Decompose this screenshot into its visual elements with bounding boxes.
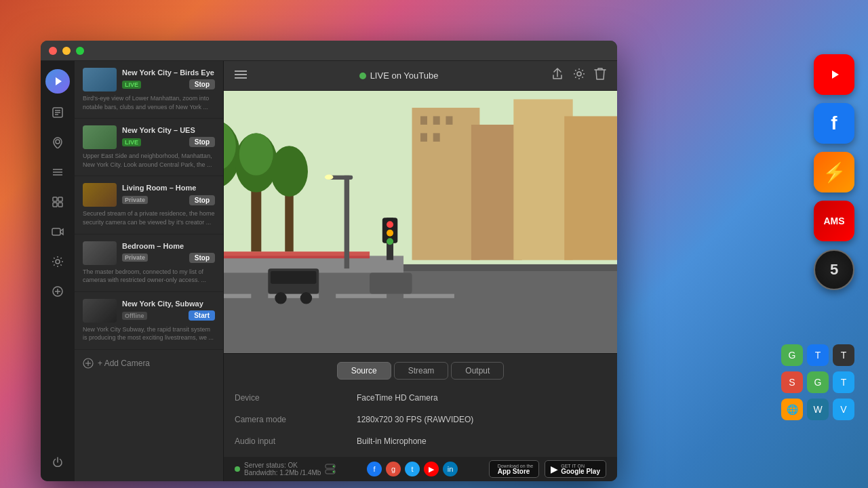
social-google-icon[interactable]: g [386, 462, 401, 476]
logo-circle [45, 69, 70, 94]
svg-point-27 [577, 72, 581, 76]
camera-info-bedroom: Bedroom – Home Private Stop [122, 241, 215, 263]
youtube-desktop-icon[interactable] [814, 54, 854, 95]
bottom-panel: Source Stream Output Device FaceTime HD … [224, 353, 617, 457]
delete-icon[interactable] [594, 67, 606, 84]
social-icons: f g t ▶ in [367, 462, 458, 476]
live-dot [359, 73, 366, 79]
camera-item-subway[interactable]: New York City, Subway Offline Start New … [75, 292, 223, 350]
camera-name-bedroom: Bedroom – Home [122, 241, 215, 251]
facebook-desktop-icon[interactable]: f [814, 103, 854, 144]
camera-status-row-subway: Offline Start [122, 310, 215, 321]
camera-info-ues: New York City – UES LIVE Stop [122, 125, 215, 147]
svg-rect-15 [58, 203, 62, 207]
svg-rect-54 [271, 271, 316, 284]
svg-point-70 [333, 471, 335, 473]
start-button-subway[interactable]: Start [189, 310, 215, 321]
small-icon-7[interactable]: 🌐 [781, 399, 803, 420]
sidebar-item-grid[interactable] [45, 190, 70, 214]
tab-stream[interactable]: Stream [394, 362, 449, 380]
small-icon-8[interactable]: W [807, 399, 829, 420]
camera-item-top: New York City – Birds Eye LIVE Stop [83, 68, 215, 92]
sidebar-item-list[interactable] [45, 160, 70, 184]
tab-output[interactable]: Output [451, 362, 504, 380]
live-text: LIVE on YouTube [370, 70, 439, 81]
stop-button-nyc1[interactable]: Stop [189, 79, 215, 89]
camera-item-top-living: Living Room – Home Private Stop [83, 183, 215, 207]
google-play-text: GET IT ON Google Play [561, 464, 600, 475]
sidebar-item-settings[interactable] [45, 249, 70, 274]
bottom-icons-row1: G T T [781, 344, 854, 366]
svg-rect-64 [344, 176, 349, 268]
sidebar-item-location[interactable] [45, 130, 70, 155]
camera-name-subway: New York City, Subway [122, 299, 215, 308]
svg-rect-29 [412, 108, 480, 260]
stop-button-bedroom[interactable]: Stop [189, 253, 215, 263]
status-badge-bedroom: Private [122, 253, 148, 262]
status-badge-living: Private [122, 196, 148, 204]
menu-icon[interactable] [235, 70, 247, 82]
small-icon-6[interactable]: T [833, 371, 854, 393]
sidebar-item-add[interactable] [45, 279, 70, 304]
camera-thumb-living [83, 183, 117, 207]
social-linkedin-icon[interactable]: in [443, 462, 458, 476]
svg-rect-31 [513, 99, 572, 260]
sidebar-item-video[interactable] [45, 220, 70, 244]
camera-item-nyc-ues[interactable]: New York City – UES LIVE Stop Upper East… [75, 119, 223, 176]
svg-rect-13 [58, 197, 62, 201]
share-icon[interactable] [551, 67, 564, 84]
small-icon-1[interactable]: G [781, 344, 803, 366]
bandwidth: Bandwidth: 1.2Mb /1.4Mb [244, 469, 321, 476]
bottom-icons-row2: S G T [781, 371, 854, 393]
sidebar-item-book[interactable] [45, 100, 70, 125]
server-status-dot [235, 466, 240, 472]
svg-rect-50 [336, 294, 387, 298]
small-icon-3[interactable]: T [833, 344, 854, 366]
video-preview [224, 91, 617, 353]
camera-item-living-room[interactable]: Living Room – Home Private Stop Secured … [75, 176, 223, 234]
close-button[interactable] [49, 47, 57, 55]
small-icon-5[interactable]: G [807, 371, 829, 393]
google-play-badge[interactable]: ▶ GET IT ON Google Play [545, 460, 606, 478]
camera-status-row-living: Private Stop [122, 195, 215, 205]
app-store-text: Download on the App Store [498, 464, 534, 475]
camera-item-bedroom[interactable]: Bedroom – Home Private Stop The master b… [75, 235, 223, 292]
tab-source[interactable]: Source [337, 362, 391, 380]
svg-rect-35 [446, 116, 452, 124]
social-twitter-icon[interactable]: t [405, 462, 420, 476]
settings-icon[interactable] [572, 67, 586, 84]
camera-item[interactable]: New York City – Birds Eye LIVE Stop Bird… [75, 61, 223, 119]
source-info-grid: Device FaceTime HD Camera Camera mode 12… [235, 390, 606, 449]
lightning-desktop-icon[interactable]: ⚡ [814, 152, 854, 192]
svg-point-62 [387, 238, 393, 245]
svg-marker-3 [56, 77, 62, 85]
camera-item-top-subway: New York City, Subway Offline Start [83, 299, 215, 323]
five-desktop-icon[interactable]: 5 [814, 249, 854, 290]
camera-desc-bedroom: The master bedroom, connected to my list… [83, 268, 215, 285]
small-icon-9[interactable]: V [833, 399, 854, 420]
sidebar-logo[interactable] [44, 68, 71, 95]
maximize-button[interactable] [76, 47, 84, 55]
minimize-button[interactable] [62, 47, 71, 55]
add-camera-button[interactable]: + Add Camera [75, 350, 223, 377]
google-play-label: Google Play [561, 468, 600, 475]
svg-point-55 [275, 292, 286, 304]
app-store-badges: Download on the App Store ▶ GET IT ON Go… [489, 460, 606, 478]
ams-desktop-icon[interactable]: AMS [814, 201, 854, 241]
small-icon-4[interactable]: S [781, 371, 803, 393]
sidebar-item-power[interactable] [45, 450, 70, 474]
social-facebook-icon[interactable]: f [367, 462, 382, 476]
small-icon-2[interactable]: T [807, 344, 829, 366]
stop-button-ues[interactable]: Stop [189, 137, 215, 147]
server-status-text: Server status: OK Bandwidth: 1.2Mb /1.4M… [244, 462, 321, 476]
svg-point-45 [271, 146, 308, 197]
social-youtube-icon[interactable]: ▶ [424, 462, 439, 476]
status-badge-ues: LIVE [122, 138, 141, 146]
svg-point-17 [56, 260, 60, 264]
stop-button-living[interactable]: Stop [189, 195, 215, 205]
svg-rect-51 [403, 294, 454, 298]
server-status: Server status: OK Bandwidth: 1.2Mb /1.4M… [235, 462, 336, 476]
camera-thumb-subway [83, 299, 117, 323]
apple-app-store-badge[interactable]: Download on the App Store [489, 460, 540, 478]
camera-item-top-ues: New York City – UES LIVE Stop [83, 125, 215, 149]
